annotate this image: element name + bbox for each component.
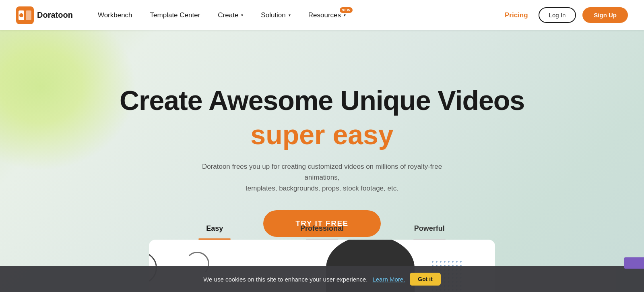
cookie-accept-button[interactable]: Got it (410, 273, 441, 286)
cookie-banner: We use cookies on this site to enhance y… (0, 266, 644, 292)
purple-bar-decoration (624, 257, 644, 269)
tab-professional[interactable]: Professional (268, 216, 376, 240)
nav-links: Workbench Template Center Create ▾ Solut… (89, 11, 501, 19)
cookie-learn-more[interactable]: Learn More. (372, 276, 405, 283)
hero-title: Create Awesome Unique Videos (120, 85, 524, 116)
logo-link[interactable]: Doratoon (16, 6, 73, 24)
new-badge: NEW (340, 7, 353, 13)
hero-description: Doratoon frees you up for creating custo… (201, 161, 443, 194)
tab-powerful[interactable]: Powerful (376, 216, 483, 240)
chevron-down-icon: ▾ (289, 13, 291, 17)
nav-item-workbench[interactable]: Workbench (89, 11, 141, 19)
signup-button[interactable]: Sign Up (582, 7, 628, 23)
svg-rect-2 (26, 10, 31, 20)
tab-easy[interactable]: Easy (161, 216, 268, 240)
chevron-down-icon: ▾ (241, 13, 243, 17)
blob-decoration (0, 30, 137, 171)
nav-right: Pricing Log In Sign Up (501, 7, 628, 23)
hero-content: Create Awesome Unique Videos super easy … (120, 85, 524, 236)
svg-point-3 (19, 13, 23, 17)
navbar: Doratoon Workbench Template Center Creat… (0, 0, 644, 30)
tabs-row: Easy Professional Powerful (161, 216, 483, 240)
nav-item-resources[interactable]: NEW Resources ▾ (299, 11, 355, 19)
logo-icon (16, 6, 34, 24)
nav-item-solution[interactable]: Solution ▾ (252, 11, 299, 19)
brand-name: Doratoon (37, 10, 73, 20)
pricing-link[interactable]: Pricing (501, 11, 532, 19)
login-button[interactable]: Log In (539, 7, 576, 23)
chevron-down-icon: ▾ (344, 13, 346, 17)
nav-item-template-center[interactable]: Template Center (141, 11, 209, 19)
hero-subtitle: super easy (120, 120, 524, 150)
hero-section: Doratoon Workbench Template Center Creat… (0, 0, 644, 292)
cookie-message: We use cookies on this site to enhance y… (203, 276, 367, 283)
nav-item-create[interactable]: Create ▾ (209, 11, 252, 19)
